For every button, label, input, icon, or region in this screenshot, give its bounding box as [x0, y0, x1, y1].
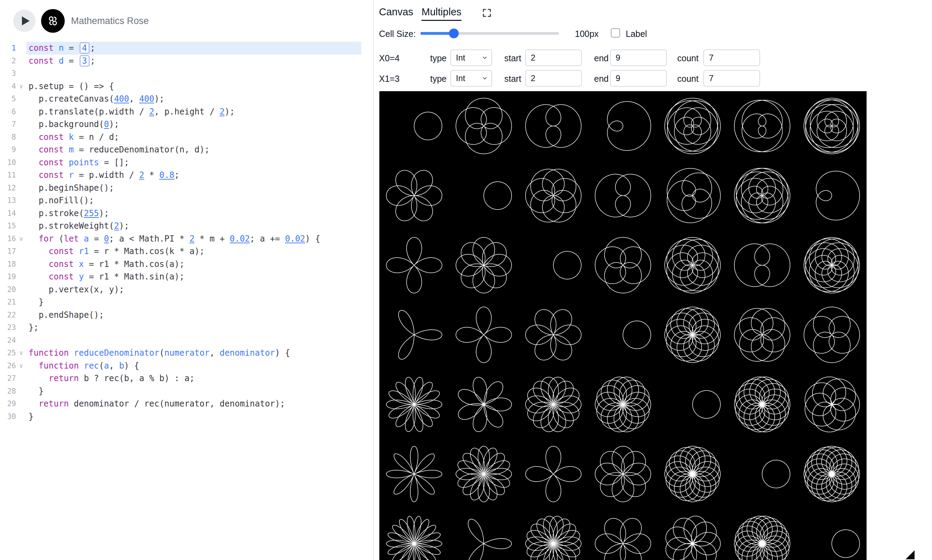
code-text: return denominator / rec(numerator, deno…	[26, 397, 361, 410]
code-line[interactable]: 17 const r1 = r * Math.cos(k * a);	[0, 245, 373, 258]
line-number: 13	[0, 194, 16, 207]
code-line[interactable]: 24	[0, 334, 373, 347]
code-line[interactable]: 7 p.background(0);	[0, 118, 373, 131]
x0-start-input[interactable]	[525, 49, 582, 66]
tab-canvas[interactable]: Canvas	[379, 6, 413, 21]
x0-param-row: X0=4 type Int start end count	[374, 49, 932, 66]
code-line[interactable]: 1const n = 4;	[0, 42, 373, 55]
line-number: 2	[0, 55, 16, 68]
code-text: function reduceDenominator(numerator, de…	[26, 347, 361, 360]
line-number: 26	[0, 360, 16, 372]
code-text	[26, 67, 361, 80]
fold-gutter	[16, 156, 26, 169]
code-line[interactable]: 23};	[0, 321, 373, 334]
x0-end-input[interactable]	[610, 49, 667, 66]
code-line[interactable]: 20 p.vertex(x, y);	[0, 283, 373, 296]
fold-gutter	[16, 385, 26, 398]
line-number: 25	[0, 347, 16, 360]
cell-size-slider[interactable]	[420, 31, 559, 36]
x1-type-label: type	[430, 74, 446, 84]
cell-size-slider-thumb[interactable]	[449, 29, 459, 38]
line-number: 29	[0, 397, 16, 410]
code-text: p.vertex(x, y);	[26, 283, 361, 296]
code-text: const r1 = r * Math.cos(k * a);	[26, 245, 361, 258]
fold-arrow-icon[interactable]: ∨	[16, 360, 26, 372]
fold-arrow-icon[interactable]: ∨	[16, 347, 26, 360]
code-line[interactable]: 4∨p.setup = () => {	[0, 80, 373, 93]
code-text: p.setup = () => {	[26, 80, 361, 93]
code-line[interactable]: 18 const x = r1 * Math.cos(a);	[0, 258, 373, 271]
code-line[interactable]: 25∨function reduceDenominator(numerator,…	[0, 347, 373, 360]
run-button[interactable]	[13, 10, 35, 32]
cell-size-label: Cell Size:	[379, 29, 416, 39]
tab-multiples[interactable]: Multiples	[421, 6, 461, 21]
x1-end-label: end	[594, 74, 609, 84]
code-line[interactable]: 6 p.translate(p.width / 2, p.height / 2)…	[0, 105, 373, 118]
code-text: p.strokeWeight(2);	[26, 220, 361, 232]
code-line[interactable]: 10 const points = [];	[0, 156, 373, 169]
cell-size-value: 100px	[575, 29, 598, 39]
code-line[interactable]: 5 p.createCanvas(400, 400);	[0, 92, 373, 105]
code-line[interactable]: 29 return denominator / rec(numerator, d…	[0, 397, 373, 410]
code-line[interactable]: 28 }	[0, 385, 373, 398]
code-line[interactable]: 14 p.stroke(255);	[0, 207, 373, 220]
code-line[interactable]: 30}	[0, 410, 373, 423]
code-line[interactable]: 3	[0, 67, 373, 80]
line-number: 7	[0, 118, 16, 131]
line-number: 8	[0, 131, 16, 144]
fold-arrow-icon[interactable]: ∨	[16, 232, 26, 245]
x1-type-select[interactable]: Int	[450, 70, 492, 87]
fold-gutter	[16, 42, 26, 55]
code-line[interactable]: 13 p.noFill();	[0, 194, 373, 207]
fold-gutter	[16, 397, 26, 410]
line-number: 5	[0, 92, 16, 105]
code-line[interactable]: 2const d = 3;	[0, 55, 373, 68]
code-line[interactable]: 9 const m = reduceDenominator(n, d);	[0, 143, 373, 156]
fold-gutter	[16, 321, 26, 334]
x0-type-value: Int	[456, 53, 465, 63]
x1-start-input[interactable]	[525, 70, 582, 87]
fold-gutter	[16, 105, 26, 118]
fold-arrow-icon[interactable]: ∨	[16, 80, 26, 93]
line-number: 20	[0, 283, 16, 296]
code-line[interactable]: 11 const r = p.width / 2 * 0.8;	[0, 169, 373, 182]
fold-gutter	[16, 207, 26, 220]
multiples-grid-canvas[interactable]	[379, 91, 867, 560]
code-line[interactable]: 19 const y = r1 * Math.sin(a);	[0, 271, 373, 283]
code-editor[interactable]: 1const n = 4;2const d = 3;34∨p.setup = (…	[0, 42, 373, 423]
code-line[interactable]: 15 p.strokeWeight(2);	[0, 220, 373, 232]
line-number: 30	[0, 410, 16, 423]
code-line[interactable]: 16∨ for (let a = 0; a < Math.PI * 2 * m …	[0, 232, 373, 245]
label-checkbox[interactable]	[611, 28, 620, 38]
line-number: 16	[0, 232, 16, 245]
code-line[interactable]: 26∨ function rec(a, b) {	[0, 360, 373, 372]
code-line[interactable]: 8 const k = n / d;	[0, 131, 373, 144]
chevron-down-icon	[482, 55, 488, 61]
x0-type-label: type	[430, 53, 446, 63]
fold-gutter	[16, 55, 26, 68]
code-text: const k = n / d;	[26, 131, 361, 144]
x1-count-input[interactable]	[703, 70, 760, 87]
code-line[interactable]: 21 }	[0, 296, 373, 309]
code-text: const points = [];	[26, 156, 361, 169]
line-number: 24	[0, 334, 16, 347]
code-line[interactable]: 27 return b ? rec(b, a % b) : a;	[0, 372, 373, 385]
fold-gutter	[16, 296, 26, 309]
fold-gutter	[16, 131, 26, 144]
code-text: p.translate(p.width / 2, p.height / 2);	[26, 105, 361, 118]
fold-gutter	[16, 283, 26, 296]
code-line[interactable]: 12 p.beginShape();	[0, 182, 373, 195]
fold-gutter	[16, 258, 26, 271]
x1-param-row: X1=3 type Int start end count	[374, 70, 932, 87]
x1-end-input[interactable]	[610, 70, 667, 87]
fullscreen-button[interactable]	[482, 8, 492, 19]
x1-start-label: start	[504, 74, 521, 84]
code-line[interactable]: 22 p.endShape();	[0, 309, 373, 322]
line-number: 3	[0, 67, 16, 80]
x0-type-select[interactable]: Int	[450, 49, 492, 66]
fold-gutter	[16, 67, 26, 80]
x0-count-input[interactable]	[703, 49, 760, 66]
code-text: const m = reduceDenominator(n, d);	[26, 143, 361, 156]
editor-toolbar: Mathematics Rose	[0, 0, 373, 42]
line-number: 21	[0, 296, 16, 309]
